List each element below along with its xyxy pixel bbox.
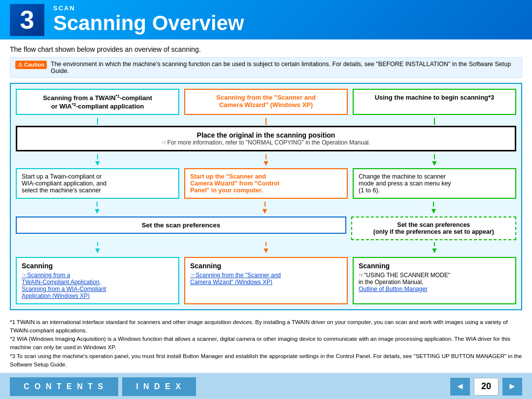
place-original-title: Place the original in the scanning posit… <box>23 131 509 139</box>
page-number: 20 <box>474 378 499 396</box>
page-title: Scanning Overview <box>53 12 244 35</box>
footnote-1: *1 TWAIN is an international interface s… <box>10 318 522 335</box>
flowchart: Scanning from a TWAIN*1-compliantor WIA*… <box>10 83 522 310</box>
contents-button[interactable]: C O N T E N T S <box>10 377 118 396</box>
next-button[interactable]: ► <box>502 378 522 396</box>
footnote-2: *2 WIA (Windows Imaging Acquisition) is … <box>10 335 522 352</box>
footer-nav: ◄ 20 ► <box>450 378 522 396</box>
middle-row: Start up a Twain-compliant orWIA-complia… <box>16 168 516 199</box>
caution-text: The environment in which the machine's s… <box>51 61 517 74</box>
bottom-box-twain: Scanning ☞Scanning from aTWAIN-Compliant… <box>16 257 179 304</box>
arrowhead-green: ▼ <box>431 159 438 167</box>
next-icon: ► <box>508 381 517 392</box>
section-label: SCAN <box>53 4 244 12</box>
mid-col-machine: Change the machine to scannermode and pr… <box>353 168 516 199</box>
main-content: The flow chart shown below provides an o… <box>0 39 532 314</box>
footnote-3: *3 To scan using the machine's operation… <box>10 352 522 369</box>
scanning-links-2: ☞Scanning from the "Scanner andCamera Wi… <box>190 272 342 286</box>
top-box-wizard: Scanning from the "Scanner andCamera Wiz… <box>184 89 348 115</box>
prev-button[interactable]: ◄ <box>450 378 470 396</box>
arrows-to-place <box>16 118 516 125</box>
prev-icon: ◄ <box>456 381 465 392</box>
bottom-box-wizard: Scanning ☞Scanning from the "Scanner and… <box>184 257 348 304</box>
scan-link-2[interactable]: ☞Scanning from the "Scanner andCamera Wi… <box>190 272 281 286</box>
mid-box-twain: Start up a Twain-compliant orWIA-complia… <box>16 168 179 199</box>
mid-col-wizard: Start up the "Scanner andCamera Wizard" … <box>184 168 348 199</box>
caution-badge: ⚠ Caution <box>15 61 47 69</box>
intro-text: The flow chart shown below provides an o… <box>10 45 522 53</box>
scanning-title-1: Scanning <box>22 262 173 270</box>
scan-prefs-box: Set the scan preferences <box>16 217 346 234</box>
scanning-title-2: Scanning <box>190 262 342 270</box>
footnotes: *1 TWAIN is an international interface s… <box>0 314 532 373</box>
arrows-to-bottom: ▼ ▼ ▼ <box>16 242 516 255</box>
scan-prefs-dashed: Set the scan preferences(only if the pre… <box>351 217 516 240</box>
arrow-cyan-1 <box>97 118 98 125</box>
header-text: SCAN Scanning Overview <box>53 4 244 35</box>
top-box-twain: Scanning from a TWAIN*1-compliantor WIA*… <box>16 89 179 115</box>
mid-box-machine: Change the machine to scannermode and pr… <box>353 168 516 199</box>
scanning-title-3: Scanning <box>359 262 510 270</box>
top-row: Scanning from a TWAIN*1-compliantor WIA*… <box>16 89 516 115</box>
prefs-section: ▼ ▼ Set the scan preferences <box>16 202 516 240</box>
bottom-row: Scanning ☞Scanning from aTWAIN-Compliant… <box>16 257 516 304</box>
scan-link-1a[interactable]: ☞Scanning from aTWAIN-Compliant Applicat… <box>22 272 106 299</box>
place-original-box: Place the original in the scanning posit… <box>16 126 516 151</box>
mid-col-twain: Start up a Twain-compliant orWIA-complia… <box>16 168 179 199</box>
place-original-sub: ☞For more information, refer to "NORMAL … <box>23 139 509 146</box>
arrows-from-place: ▼ ▼ ▼ <box>16 154 516 167</box>
top-box-machine: Using the machine to begin scanning*3 <box>353 89 516 115</box>
arrowhead-orange: ▼ <box>262 159 270 167</box>
scan-link-3[interactable]: Outline of Button Manager <box>359 286 428 292</box>
index-button[interactable]: I N D E X <box>122 377 196 396</box>
caution-box: ⚠ Caution The environment in which the m… <box>10 57 522 78</box>
mid-box-wizard: Start up the "Scanner andCamera Wizard" … <box>184 168 348 199</box>
arrowhead-cyan: ▼ <box>94 159 101 167</box>
page-header: 3 SCAN Scanning Overview <box>0 0 532 39</box>
arrow-green-1 <box>434 118 435 125</box>
chapter-number: 3 <box>10 4 44 36</box>
scanning-content-3: ☞"USING THE SCANNER MODE"in the Operatio… <box>359 272 510 292</box>
scanning-links-1: ☞Scanning from aTWAIN-Compliant Applicat… <box>22 272 173 299</box>
footer: C O N T E N T S I N D E X ◄ 20 ► <box>0 373 532 399</box>
bottom-box-machine: Scanning ☞"USING THE SCANNER MODE"in the… <box>353 257 516 304</box>
arrow-orange-1 <box>266 118 266 125</box>
